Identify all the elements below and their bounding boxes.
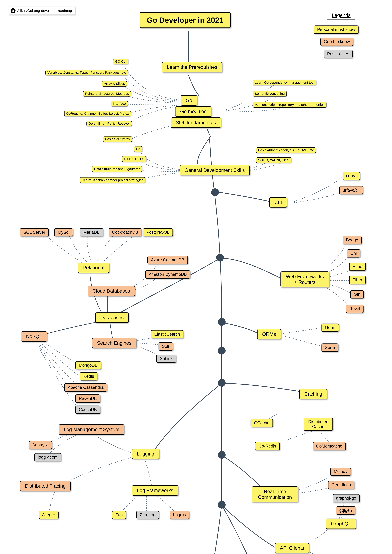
log-jaeger[interactable]: Jaeger bbox=[39, 511, 58, 519]
databases[interactable]: Databases bbox=[95, 312, 129, 323]
go-pointers[interactable]: Pointers, Structures, Methods bbox=[83, 91, 131, 97]
modules-semver[interactable]: Semantic versioning bbox=[253, 91, 287, 97]
spine-dot bbox=[218, 501, 226, 509]
web-beego[interactable]: Beego bbox=[343, 236, 362, 244]
db-sqlserver[interactable]: SQL Server bbox=[20, 228, 49, 236]
gds-solid[interactable]: SOLID, YAGNI, KISS bbox=[256, 157, 291, 163]
cli[interactable]: CLI bbox=[269, 197, 287, 208]
github-repo-badge[interactable]: Alikhll/GoLang-developer-roadmap bbox=[9, 7, 75, 15]
log-loggly[interactable]: loggly.com bbox=[34, 453, 61, 461]
db-solr[interactable]: Solr bbox=[159, 342, 173, 351]
db-cockroach[interactable]: CockroachDB bbox=[109, 228, 141, 236]
log-zerolog[interactable]: ZeroLog bbox=[136, 511, 159, 519]
db-relational[interactable]: Relational bbox=[77, 263, 109, 273]
go-goroutine[interactable]: GoRoutine, Channel, Buffer, Select, Mute… bbox=[64, 111, 131, 117]
db-nosql[interactable]: NoSQL bbox=[21, 331, 47, 342]
spine-dot bbox=[218, 379, 226, 387]
web-echo[interactable]: Echo bbox=[349, 263, 366, 271]
db-mariadb[interactable]: MariaDB bbox=[80, 228, 103, 236]
log-logrus[interactable]: Logrus bbox=[170, 511, 189, 519]
gds-git[interactable]: Git bbox=[134, 146, 142, 152]
logging[interactable]: Logging bbox=[132, 449, 159, 459]
log-distributed-tracing[interactable]: Distributed Tracing bbox=[20, 481, 71, 491]
go-arrays-slices[interactable]: Array & Slices bbox=[102, 81, 127, 87]
go-variables[interactable]: Variables, Constants, Types, Function, P… bbox=[45, 70, 128, 76]
gds-agile[interactable]: Scrum, Kanban or other project strategie… bbox=[80, 177, 145, 183]
title: Go Developer in 2021 bbox=[140, 12, 231, 28]
db-cosmos[interactable]: Azure CosmosDB bbox=[147, 256, 188, 264]
cache-go-redis[interactable]: Go-Redis bbox=[255, 442, 280, 450]
db-ravendb[interactable]: RavenDB bbox=[75, 395, 100, 403]
gds-http[interactable]: HTTP/HTTPS bbox=[122, 156, 147, 162]
gds-auth[interactable]: Basic Authentication, OAuth, JWT, etc bbox=[256, 147, 316, 153]
legend-title: Legends bbox=[327, 11, 355, 20]
go-cli[interactable]: GO CLI bbox=[113, 59, 128, 64]
web-fiber[interactable]: Fiber bbox=[349, 276, 366, 284]
cache-gomemcache[interactable]: GoMemcache bbox=[313, 442, 346, 450]
cache-distributed[interactable]: Distributed Cache bbox=[304, 418, 333, 431]
db-mysql[interactable]: MySql bbox=[54, 228, 73, 236]
spine-dot bbox=[218, 451, 226, 459]
modules-dependency[interactable]: Learn Go dependency management tool bbox=[253, 80, 316, 85]
orm-gorm[interactable]: Gorm bbox=[322, 324, 339, 332]
log-sentry[interactable]: Sentry.io bbox=[29, 441, 52, 449]
web-gin[interactable]: Gin bbox=[350, 290, 364, 298]
web-chi[interactable]: Chi bbox=[347, 249, 360, 257]
general-dev-skills[interactable]: General Development Skills bbox=[180, 165, 250, 175]
go-interface[interactable]: Interface bbox=[111, 101, 128, 106]
api-gqlgen[interactable]: gqlgen bbox=[336, 506, 355, 515]
db-elasticsearch[interactable]: ElasticSearch bbox=[151, 330, 183, 338]
db-redis[interactable]: Redis bbox=[80, 372, 98, 381]
repo-path: Alikhll/GoLang-developer-roadmap bbox=[17, 9, 72, 13]
spine-dot bbox=[216, 254, 224, 262]
legend-possibilities: Possibilities bbox=[324, 50, 353, 58]
log-frameworks[interactable]: Log Frameworks bbox=[132, 485, 178, 496]
db-search-engines[interactable]: Search Engines bbox=[92, 338, 136, 348]
cache-gcache[interactable]: GCache bbox=[251, 419, 273, 427]
spine-dot bbox=[218, 347, 226, 354]
orms[interactable]: ORMs bbox=[257, 329, 281, 339]
api-clients[interactable]: API Clients bbox=[275, 543, 309, 553]
log-mgmt-system[interactable]: Log Management System bbox=[59, 424, 124, 435]
db-mongo[interactable]: MongoDB bbox=[75, 361, 101, 369]
web-revel[interactable]: Revel bbox=[346, 305, 364, 313]
orm-xorm[interactable]: Xorm bbox=[322, 344, 338, 352]
log-zap[interactable]: Zap bbox=[112, 511, 126, 519]
caching[interactable]: Caching bbox=[299, 389, 327, 399]
legend-must-know: Personal must know bbox=[314, 26, 358, 34]
go-modules[interactable]: Go modules bbox=[175, 106, 211, 117]
real-time-communication[interactable]: Real-Time Communication bbox=[252, 486, 298, 502]
sql-fundamentals[interactable]: SQL fundamentals bbox=[171, 118, 221, 128]
web-frameworks[interactable]: Web Frameworks + Routers bbox=[280, 271, 329, 287]
spine-dot bbox=[211, 188, 219, 196]
db-couchdb[interactable]: CouchDB bbox=[75, 406, 100, 414]
learn-prerequisites[interactable]: Learn the Prerequisites bbox=[162, 62, 222, 72]
legend-good-to-know: Good to know bbox=[320, 38, 353, 46]
go-defer[interactable]: Defer, Error, Panic, Recover bbox=[86, 121, 132, 126]
db-postgres[interactable]: PostgreSQL bbox=[143, 228, 173, 236]
db-sphinx[interactable]: Sphinx bbox=[156, 354, 176, 363]
cli-urfave[interactable]: urfave/cli bbox=[339, 186, 363, 194]
db-cassandra[interactable]: Apache Cassandra bbox=[64, 383, 107, 392]
api-graphql[interactable]: GraphQL bbox=[326, 519, 356, 529]
spine-dot bbox=[218, 318, 226, 326]
rtc-centrifugo[interactable]: Centrifugo bbox=[328, 481, 354, 489]
cli-cobra[interactable]: cobra bbox=[343, 172, 360, 180]
db-dynamo[interactable]: Amazon DynamoDB bbox=[145, 270, 190, 278]
rtc-melody[interactable]: Melody bbox=[330, 468, 351, 476]
sql-syntax[interactable]: Basic Sql Syntax bbox=[103, 136, 132, 142]
modules-scripts[interactable]: Version, scripts, repository and other p… bbox=[253, 102, 327, 108]
api-graphql-go[interactable]: graphql-go bbox=[333, 494, 360, 502]
gds-dsa[interactable]: Data Structures and Algorithms bbox=[92, 166, 142, 172]
db-cloud[interactable]: Cloud Databases bbox=[88, 286, 135, 296]
go[interactable]: Go bbox=[181, 95, 197, 106]
